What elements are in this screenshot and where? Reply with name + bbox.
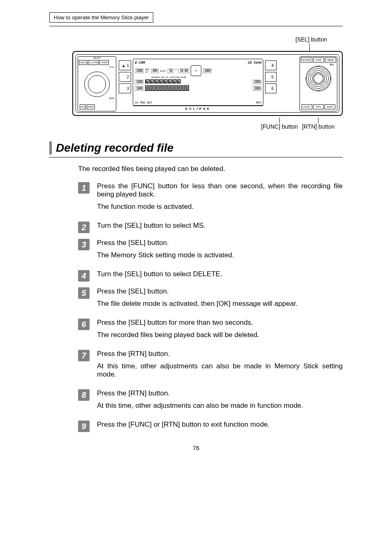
step-number: 7 xyxy=(78,350,90,361)
tag-esom: ESOM xyxy=(181,76,186,79)
eject-icon: ▲ xyxy=(122,63,126,68)
preset-3: 3 xyxy=(119,83,131,93)
fast-label: FAST xyxy=(325,104,335,109)
rtn-label: RTN xyxy=(313,104,324,109)
step: 8Press the [RTN] button.At this time, ot… xyxy=(78,389,343,416)
eclipse-label: ECLIPSE xyxy=(133,106,263,111)
device-screen: E-COM CD 5444 1888 SRCST 888 DISC 18 ° 1… xyxy=(133,59,263,106)
seg-a4: 18:88 xyxy=(178,69,189,73)
step-number: 2 xyxy=(78,222,90,233)
intro-text: The recorded files being played can be d… xyxy=(78,165,343,173)
seg-a3: 18 xyxy=(168,69,173,73)
step: 4Turn the [SEL] button to select DELETE. xyxy=(78,270,343,282)
page-number: 76 xyxy=(49,444,343,451)
screen-brand: E-COM xyxy=(135,61,145,65)
heading-accent xyxy=(49,141,52,155)
tag-dsp: DSP xyxy=(161,76,165,79)
step-instruction: Press the [FUNC] button for less than on… xyxy=(97,182,343,199)
step: 6Press the [SEL] button for more than tw… xyxy=(78,319,343,345)
step-note: The recorded files being played back wil… xyxy=(97,331,343,339)
step-instruction: Press the [SEL] button for more than two… xyxy=(97,319,343,327)
preout-label: 5V PRE-OUT xyxy=(135,101,152,104)
step-instruction: Press the [RTN] button. xyxy=(97,350,343,358)
ecom-btn-label: E-COM xyxy=(88,60,99,65)
tag-eq: EQ xyxy=(166,76,168,79)
step: 2Turn the [SEL] button to select MS. xyxy=(78,222,343,234)
left-dial xyxy=(84,72,110,97)
section-heading: Deleting recorded file xyxy=(56,141,173,155)
step-instruction: Press the [SEL] button. xyxy=(97,287,343,296)
step-number: 1 xyxy=(78,182,90,194)
step-body: Press the [SEL] button for more than two… xyxy=(97,319,343,345)
step-body: Press the [SEL] button.The file delete m… xyxy=(97,287,343,314)
step-note: At this time, other adjustments can also… xyxy=(97,402,343,410)
vol-label: VOL xyxy=(78,66,116,68)
step: 1Press the [FUNC] button for less than o… xyxy=(78,182,343,217)
callout-rtn: [RTN] button xyxy=(302,123,334,130)
divider xyxy=(49,26,343,26)
disp-label: DISP xyxy=(313,58,324,62)
fm-label: FM xyxy=(80,104,86,109)
callout-sel: [SEL] button xyxy=(72,36,343,43)
step-instruction: Turn the [SEL] button to select MS. xyxy=(97,222,343,230)
preset-5: 5 xyxy=(265,72,277,82)
right-dial xyxy=(306,66,331,91)
step: 3Press the [SEL] button.The Memory Stick… xyxy=(78,239,343,265)
step-body: Press the [FUNC] or [RTN] button to exit… xyxy=(97,421,343,429)
step-body: Press the [FUNC] button for less than on… xyxy=(97,182,343,217)
heading-underline xyxy=(49,157,343,157)
seg-c1: 1888 xyxy=(135,86,143,91)
sound-label: SOUND xyxy=(301,58,312,62)
step-number: 3 xyxy=(78,239,90,250)
sel-label: SEL xyxy=(330,63,334,66)
step: 7Press the [RTN] button.At this time, ot… xyxy=(78,350,343,384)
breadcrumb: How to operate the Memory Stick player xyxy=(49,12,153,23)
step-number: 8 xyxy=(78,389,90,401)
step-note: At this time, other adjustments can also… xyxy=(97,362,343,379)
step-note: The Memory Stick setting mode is activat… xyxy=(97,251,343,259)
step-number: 6 xyxy=(78,319,90,330)
mp3-label: MP3 xyxy=(256,101,261,104)
seg-r2: 1888 xyxy=(253,80,261,84)
st-label: ST xyxy=(145,71,148,74)
seek-label: SEEK∧ xyxy=(325,58,336,62)
step-note: The function mode is activated. xyxy=(97,203,343,211)
step-body: Turn the [SEL] button to select MS. xyxy=(97,222,343,234)
preset-left: ▲ 1 2 3 xyxy=(119,60,131,93)
seg-a2: 888 xyxy=(151,69,158,73)
step-instruction: Turn the [SEL] button to select DELETE. xyxy=(97,270,343,278)
pwr-label: PWR xyxy=(87,104,95,109)
seg-a1: 1888 xyxy=(135,69,143,73)
step-note: The file delete mode is activated, then … xyxy=(97,300,343,308)
step-body: Press the [RTN] button.At this time, oth… xyxy=(97,389,343,416)
device-diagram: [SEL] button MUTE DISC E-COM OPEN VOL ES… xyxy=(72,36,343,130)
bar-row xyxy=(145,85,189,92)
disc-btn-label: DISC xyxy=(79,60,87,65)
tag-position: POSITION xyxy=(170,76,180,79)
open-btn-label: OPEN xyxy=(99,60,109,65)
preset-1: 1 xyxy=(127,63,129,68)
step: 9Press the [FUNC] or [RTN] button to exi… xyxy=(78,421,343,432)
src-label: SRC xyxy=(145,68,150,71)
func-label: FUNC xyxy=(302,104,312,109)
preset-4: 4 xyxy=(265,60,277,70)
device-left-panel: MUTE DISC E-COM OPEN VOL ESN FM PWR xyxy=(78,56,116,111)
preset-6: 6 xyxy=(265,83,277,93)
block-row xyxy=(145,79,181,84)
step-instruction: Press the [SEL] button. xyxy=(97,239,343,247)
device-illustration: MUTE DISC E-COM OPEN VOL ESN FM PWR xyxy=(72,51,343,116)
device-right-panel: SOUND DISP SEEK∧ SEL FUNC RTN FAST xyxy=(300,56,337,111)
step: 5Press the [SEL] button.The file delete … xyxy=(78,287,343,314)
step-body: Press the [RTN] button.At this time, oth… xyxy=(97,350,343,384)
screen-model: CD 5444 xyxy=(247,61,261,65)
sun-icon: ☀ xyxy=(191,65,201,76)
step-instruction: Press the [FUNC] or [RTN] button to exit… xyxy=(97,421,343,429)
step-body: Turn the [SEL] button to select DELETE. xyxy=(97,270,343,282)
seg-b1: 1888 xyxy=(135,80,143,84)
seg-r3: 1888 xyxy=(253,86,261,91)
step-number: 9 xyxy=(78,421,90,432)
preset-2: 2 xyxy=(119,72,131,82)
callout-func: [FUNC] button xyxy=(261,123,297,130)
step-instruction: Press the [RTN] button. xyxy=(97,389,343,398)
esn-label: ESN xyxy=(78,97,116,99)
